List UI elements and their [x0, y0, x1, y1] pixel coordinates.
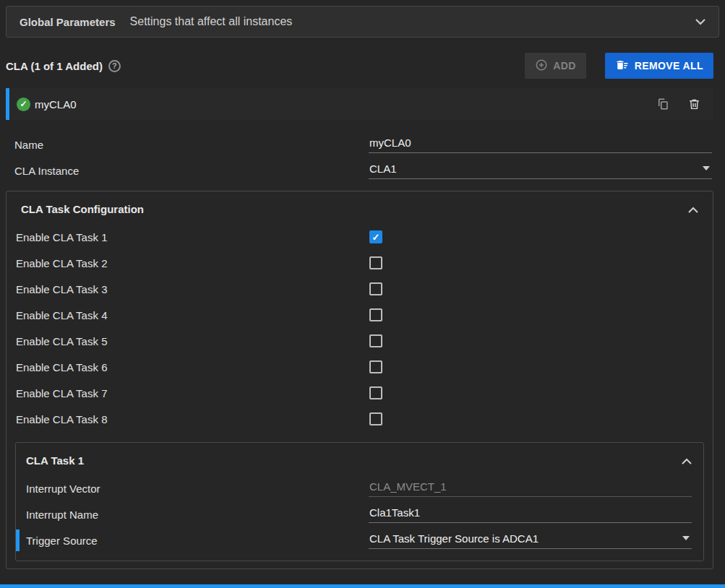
chevron-up-icon[interactable]	[682, 454, 692, 467]
chevron-up-icon[interactable]	[688, 203, 698, 215]
enable-cla-task-6-label: Enable CLA Task 6	[16, 361, 369, 373]
dropdown-arrow-icon	[703, 166, 710, 170]
trigger-source-label: Trigger Source	[26, 535, 369, 547]
enable-cla-task-6-checkbox[interactable]	[369, 360, 382, 373]
name-field-label: Name	[14, 139, 369, 151]
add-button[interactable]: ADD	[525, 53, 586, 79]
trigger-source-select[interactable]: CLA Task Trigger Source is ADCA1	[369, 532, 692, 549]
check-circle-icon: ✓	[17, 98, 30, 111]
cla-task-configuration-title: CLA Task Configuration	[21, 203, 144, 215]
delete-icon[interactable]	[688, 98, 700, 111]
enable-cla-task-4-label: Enable CLA Task 4	[16, 309, 369, 321]
cla-task-configuration-panel: CLA Task Configuration Enable CLA Task 1…	[6, 191, 713, 569]
cla-task-configuration-header[interactable]: CLA Task Configuration	[7, 191, 713, 224]
name-input-value: myCLA0	[369, 137, 411, 149]
task-row-7: Enable CLA Task 7	[7, 380, 713, 406]
cla-section-title: CLA (1 of 1 Added)	[6, 60, 103, 72]
instance-row-mycla0[interactable]: ✓ myCLA0	[6, 88, 713, 120]
remove-all-button-label: REMOVE ALL	[635, 60, 703, 72]
enable-cla-task-3-label: Enable CLA Task 3	[16, 283, 369, 295]
global-parameters-subtitle: Settings that affect all instances	[130, 15, 293, 28]
enable-cla-task-8-label: Enable CLA Task 8	[16, 413, 369, 425]
enable-cla-task-5-label: Enable CLA Task 5	[16, 335, 369, 347]
instance-name: myCLA0	[35, 98, 77, 111]
interrupt-name-value: Cla1Task1	[369, 506, 420, 519]
trigger-source-row: Trigger Source CLA Task Trigger Source i…	[16, 527, 703, 553]
enable-cla-task-8-checkbox[interactable]	[369, 412, 382, 425]
instance-fields: Name myCLA0 CLA Instance CLA1	[0, 131, 725, 183]
add-button-label: ADD	[553, 60, 576, 72]
global-parameters-header[interactable]: Global Parameters Settings that affect a…	[6, 6, 719, 38]
cla-task-1-title: CLA Task 1	[26, 454, 84, 467]
enable-cla-task-1-checkbox[interactable]	[369, 230, 382, 243]
interrupt-name-input[interactable]: Cla1Task1	[369, 506, 692, 523]
cla-task-1-header[interactable]: CLA Task 1	[16, 443, 703, 475]
task-row-2: Enable CLA Task 2	[7, 250, 713, 276]
interrupt-vector-value: CLA_MVECT_1	[369, 480, 447, 493]
enable-cla-task-3-checkbox[interactable]	[369, 282, 382, 295]
cla-instance-select-value: CLA1	[369, 163, 397, 175]
chevron-down-icon[interactable]	[695, 19, 705, 25]
enable-cla-task-1-label: Enable CLA Task 1	[16, 231, 369, 243]
interrupt-vector-label: Interrupt Vector	[26, 483, 369, 495]
task-row-3: Enable CLA Task 3	[7, 276, 713, 302]
enable-cla-task-2-label: Enable CLA Task 2	[16, 257, 369, 269]
task-row-4: Enable CLA Task 4	[7, 302, 713, 328]
enable-cla-task-7-label: Enable CLA Task 7	[16, 387, 369, 399]
name-field-row: Name myCLA0	[0, 131, 725, 157]
cla-instance-field-label: CLA Instance	[14, 165, 369, 177]
help-icon[interactable]: ?	[108, 60, 121, 72]
interrupt-vector-row: Interrupt Vector CLA_MVECT_1	[16, 475, 703, 501]
task-row-8: Enable CLA Task 8	[7, 406, 713, 432]
task-row-1: Enable CLA Task 1	[7, 224, 713, 250]
trigger-source-value: CLA Task Trigger Source is ADCA1	[369, 532, 539, 545]
interrupt-name-row: Interrupt Name Cla1Task1	[16, 501, 703, 527]
task-row-5: Enable CLA Task 5	[7, 328, 713, 354]
task-row-6: Enable CLA Task 6	[7, 354, 713, 380]
bottom-accent-bar	[0, 584, 725, 588]
circle-plus-icon	[535, 59, 548, 74]
cla-config-page: Global Parameters Settings that affect a…	[0, 0, 725, 588]
enable-cla-task-5-checkbox[interactable]	[369, 334, 382, 347]
name-input[interactable]: myCLA0	[369, 137, 712, 153]
cla-instance-field-row: CLA Instance CLA1	[0, 157, 725, 183]
interrupt-name-label: Interrupt Name	[26, 509, 369, 521]
cla-section-header: CLA (1 of 1 Added) ? ADD REMOVE ALL	[6, 51, 713, 81]
dropdown-arrow-icon	[682, 536, 690, 540]
enable-cla-task-7-checkbox[interactable]	[369, 386, 382, 399]
interrupt-vector-input: CLA_MVECT_1	[369, 480, 692, 497]
copy-icon[interactable]	[656, 98, 669, 111]
delete-sweep-icon	[615, 59, 630, 74]
enable-cla-task-2-checkbox[interactable]	[369, 256, 382, 269]
cla-task-1-panel: CLA Task 1 Interrupt Vector CLA_MVECT_1 …	[15, 442, 704, 561]
cla-instance-select[interactable]: CLA1	[369, 163, 712, 179]
enable-cla-task-4-checkbox[interactable]	[369, 308, 382, 321]
remove-all-button[interactable]: REMOVE ALL	[605, 53, 713, 79]
global-parameters-title: Global Parameters	[20, 16, 116, 28]
